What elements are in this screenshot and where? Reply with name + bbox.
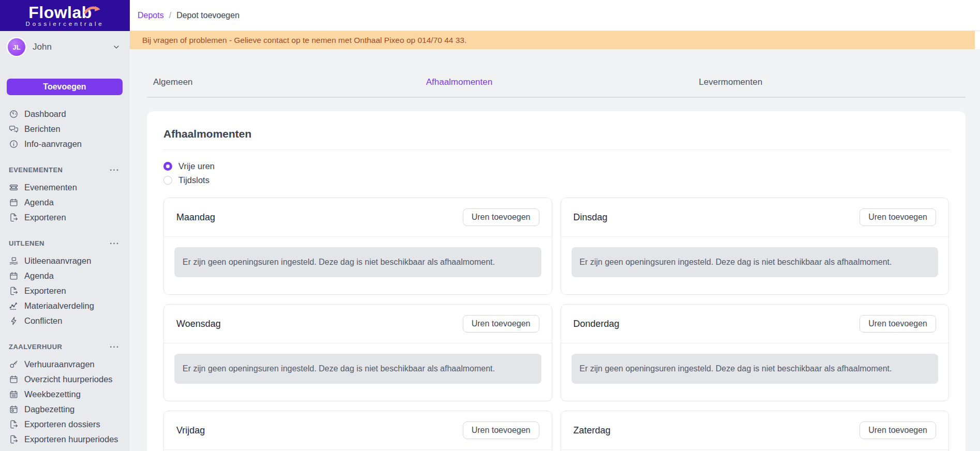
add-hours-button[interactable]: Uren toevoegen (463, 208, 539, 226)
day-grid: Maandag Uren toevoegen Er zijn geen open… (163, 198, 949, 451)
sidebar-item-label: Evenementen (24, 183, 77, 192)
breadcrumb: Depots / Depot toevoegen (130, 0, 980, 31)
brand-logo: Flowlab Dossiercentrale (0, 0, 130, 31)
sidebar-item-agenda-evenementen[interactable]: Agenda (0, 195, 130, 210)
sidebar-item-label: Exporteren huurperiodes (24, 434, 118, 444)
radio-selected-icon[interactable] (163, 162, 172, 171)
day-name: Zaterdag (574, 425, 611, 436)
sidebar-item-overzicht-huurperiodes[interactable]: Overzicht huurperiodes (0, 372, 130, 387)
sidebar-item-label: Berichten (24, 124, 61, 134)
add-hours-button[interactable]: Uren toevoegen (463, 422, 539, 439)
sidebar-item-conflicten[interactable]: Conflicten (0, 313, 130, 328)
hand-request-icon (9, 256, 19, 266)
day-card-donderdag: Donderdag Uren toevoegen Er zijn geen op… (561, 304, 949, 401)
sidebar-item-label: Agenda (24, 198, 54, 207)
tab-levermomenten[interactable]: Levermomenten (692, 77, 966, 87)
add-hours-button[interactable]: Uren toevoegen (463, 315, 539, 333)
brand-arrow-icon (84, 4, 101, 16)
add-hours-button[interactable]: Uren toevoegen (860, 422, 936, 439)
calendar-week-icon (9, 389, 19, 399)
sidebar-item-exporteren-uitlenen[interactable]: Exporteren (0, 283, 130, 298)
chevron-down-icon (112, 43, 120, 51)
tab-afhaalmomenten[interactable]: Afhaalmomenten (420, 77, 693, 87)
radio-tijdslots[interactable]: Tijdslots (163, 175, 949, 185)
radio-unselected-icon[interactable] (163, 176, 172, 185)
sidebar-item-uitleenaanvragen[interactable]: Uitleenaanvragen (0, 253, 130, 268)
afhaalmomenten-panel: Afhaalmomenten Vrije uren Tijdslots (147, 111, 966, 451)
tab-bar: Algemeen Afhaalmomenten Levermomenten (147, 49, 966, 98)
day-card-dinsdag: Dinsdag Uren toevoegen Er zijn geen open… (561, 198, 949, 295)
sidebar-item-label: Dashboard (24, 109, 66, 119)
sidebar-item-verhuuraanvragen[interactable]: Verhuuraanvragen (0, 357, 130, 372)
notification-banner: Bij vragen of problemen - Gelieve contac… (130, 31, 975, 49)
no-hours-message: Er zijn geen openingsuren ingesteld. Dez… (571, 247, 939, 277)
section-title: UITLENEN (9, 239, 44, 247)
sidebar-item-agenda-uitlenen[interactable]: Agenda (0, 268, 130, 283)
radio-vrije-uren[interactable]: Vrije uren (163, 161, 949, 171)
calendar-day-icon (9, 404, 19, 414)
add-button[interactable]: Toevoegen (7, 79, 123, 95)
sidebar-item-label: Materiaalverdeling (24, 301, 94, 311)
content: Algemeen Afhaalmomenten Levermomenten Af… (130, 49, 980, 451)
sidebar-item-label: Uitleenaanvragen (24, 256, 91, 266)
breadcrumb-link-depots[interactable]: Depots (138, 11, 164, 20)
sidebar-section-uitlenen: UITLENEN ··· (0, 236, 130, 251)
sidebar-item-berichten[interactable]: Berichten (0, 122, 130, 137)
calendar-icon (9, 198, 19, 207)
breadcrumb-current: Depot toevoegen (176, 11, 239, 20)
brand-name: Flowlab (28, 5, 92, 20)
key-icon (9, 359, 19, 369)
section-more-icon[interactable]: ··· (110, 241, 119, 246)
sidebar-item-label: Agenda (24, 271, 54, 281)
day-name: Woensdag (176, 319, 221, 329)
main-area: Depots / Depot toevoegen Bij vragen of p… (130, 0, 980, 451)
bolt-icon (9, 316, 19, 326)
day-card-woensdag: Woensdag Uren toevoegen Er zijn geen ope… (163, 304, 552, 401)
sidebar-item-evenementen[interactable]: Evenementen (0, 180, 130, 195)
add-hours-button[interactable]: Uren toevoegen (860, 208, 936, 226)
app: Flowlab Dossiercentrale JL John Toevoege… (0, 0, 980, 451)
sidebar-item-label: Overzicht huurperiodes (24, 374, 113, 384)
notification-banner-text: Bij vragen of problemen - Gelieve contac… (142, 36, 466, 45)
sidebar-item-label: Conflicten (24, 316, 62, 326)
day-card-vrijdag: Vrijdag Uren toevoegen Er zijn geen open… (163, 411, 552, 451)
sidebar-item-info-aanvragen[interactable]: Info-aanvragen (0, 137, 130, 152)
sidebar: Flowlab Dossiercentrale JL John Toevoege… (0, 0, 130, 451)
sidebar-item-label: Weekbezetting (24, 389, 81, 399)
add-hours-button[interactable]: Uren toevoegen (860, 315, 936, 333)
radio-label: Vrije uren (178, 161, 215, 171)
messages-icon (9, 124, 19, 134)
sidebar-item-dashboard[interactable]: Dashboard (0, 107, 130, 122)
chart-icon (9, 301, 19, 311)
sidebar-item-exporteren-evenementen[interactable]: Exporteren (0, 210, 130, 225)
no-hours-message: Er zijn geen openingsuren ingesteld. Dez… (174, 247, 541, 277)
user-menu[interactable]: JL John (0, 31, 130, 63)
day-card-zaterdag: Zaterdag Uren toevoegen Er zijn geen ope… (561, 411, 949, 451)
no-hours-message: Er zijn geen openingsuren ingesteld. Dez… (174, 354, 541, 384)
day-name: Vrijdag (176, 425, 205, 436)
panel-title: Afhaalmomenten (163, 128, 949, 140)
section-more-icon[interactable]: ··· (110, 168, 119, 173)
notification-banner-row: Bij vragen of problemen - Gelieve contac… (130, 31, 980, 49)
sidebar-item-label: Dagbezetting (24, 404, 74, 414)
export-icon (9, 286, 19, 296)
sidebar-section-evenementen: EVENEMENTEN ··· (0, 162, 130, 177)
sidebar-item-materiaalverdeling[interactable]: Materiaalverdeling (0, 298, 130, 313)
breadcrumb-separator: / (169, 11, 171, 20)
sidebar-item-exporteren-dossiers[interactable]: Exporteren dossiers (0, 417, 130, 432)
sidebar-item-dagbezetting[interactable]: Dagbezetting (0, 402, 130, 417)
panel-divider (163, 149, 949, 150)
tab-algemeen[interactable]: Algemeen (147, 77, 420, 87)
section-more-icon[interactable]: ··· (110, 344, 119, 350)
dashboard-icon (9, 109, 19, 119)
sidebar-item-weekbezetting[interactable]: Weekbezetting (0, 387, 130, 402)
sidebar-section-zaalverhuur: ZAALVERHUUR ··· (0, 339, 130, 354)
sidebar-item-label: Exporteren (24, 213, 66, 222)
day-card-maandag: Maandag Uren toevoegen Er zijn geen open… (163, 198, 552, 295)
sidebar-item-exporteren-huurperiodes[interactable]: Exporteren huurperiodes (0, 432, 130, 447)
info-icon (9, 139, 19, 149)
radio-label: Tijdslots (178, 175, 209, 185)
avatar: JL (8, 38, 25, 56)
export-icon (9, 213, 19, 222)
ticket-icon (9, 183, 19, 192)
